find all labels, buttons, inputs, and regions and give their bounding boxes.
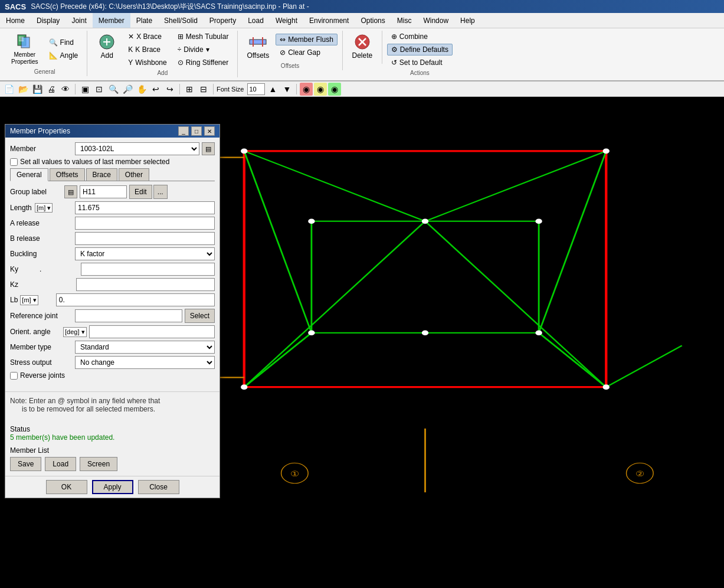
ribbon-btn-delete[interactable]: Delete — [348, 31, 377, 61]
dialog-close-btn[interactable]: ✕ — [204, 126, 215, 136]
menu-misc[interactable]: Misc — [391, 13, 418, 28]
toolbar-open[interactable]: 📂 — [17, 83, 30, 96]
ribbon-btn-member-flush[interactable]: ⇔ Member Flush — [276, 34, 338, 45]
ribbon-btn-x-brace[interactable]: ✕ X Brace — [124, 31, 171, 43]
buckling-dropdown[interactable]: K factor — [75, 247, 215, 260]
toolbar-zoom-out[interactable]: 🔎 — [121, 83, 134, 96]
toolbar-pan[interactable]: ✋ — [135, 83, 148, 96]
svg-point-37 — [422, 218, 428, 224]
dialog-maximize-btn[interactable]: □ — [191, 126, 202, 136]
b-release-input[interactable] — [75, 232, 215, 245]
toolbar-color1[interactable]: ◉ — [300, 83, 313, 96]
menu-member[interactable]: Member — [93, 13, 130, 28]
toolbar-redo[interactable]: ↪ — [163, 83, 176, 96]
reverse-joints-row: Reverse joints — [10, 371, 215, 380]
menu-display[interactable]: Display — [31, 13, 65, 28]
menu-weight[interactable]: Weight — [270, 13, 303, 28]
kz-label: Kz — [10, 280, 40, 289]
toolbar-snap[interactable]: ⊞ — [183, 83, 196, 96]
buckling-row: Buckling K factor — [10, 247, 215, 260]
toolbar-rotate[interactable]: ↩ — [149, 83, 162, 96]
font-size-input[interactable] — [247, 83, 265, 95]
ribbon-btn-divide[interactable]: ÷ Divide ▾ — [173, 44, 233, 55]
tab-brace[interactable]: Brace — [86, 168, 117, 181]
tab-offsets[interactable]: Offsets — [50, 168, 85, 181]
dialog-minimize-btn[interactable]: _ — [178, 126, 189, 136]
toolbar-preview[interactable]: 👁 — [59, 83, 72, 96]
menu-environment[interactable]: Environment — [303, 13, 355, 28]
kz-input[interactable] — [76, 278, 215, 291]
stress-output-dropdown[interactable]: No change — [75, 356, 215, 369]
toolbar-select[interactable]: ▣ — [78, 83, 91, 96]
a-release-input[interactable] — [75, 217, 215, 230]
length-input[interactable] — [75, 201, 215, 214]
toolbar-view-fit[interactable]: ⊡ — [93, 83, 106, 96]
ribbon-btn-angle[interactable]: 📐 Angle — [45, 50, 83, 61]
ribbon-btn-ring-stiffener[interactable]: ⊙ Ring Stiffener — [173, 57, 233, 68]
reverse-joints-checkbox[interactable] — [10, 372, 18, 380]
menu-options[interactable]: Options — [355, 13, 391, 28]
ribbon-btn-mesh-tubular[interactable]: ⊞ Mesh Tubular — [173, 31, 233, 43]
menu-joint[interactable]: Joint — [65, 13, 92, 28]
font-size-up[interactable]: ▲ — [266, 83, 279, 96]
toolbar-print[interactable]: 🖨 — [45, 83, 58, 96]
ribbon-btn-find[interactable]: 🔍 Find — [45, 37, 83, 48]
dots-button[interactable]: ... — [153, 185, 168, 199]
select-button[interactable]: Select — [185, 309, 215, 323]
orient-angle-input[interactable] — [89, 325, 215, 338]
apply-button[interactable]: Apply — [92, 480, 133, 494]
ribbon-btn-define-defaults[interactable]: ⚙ Define Defaults — [387, 44, 453, 55]
menu-plate[interactable]: Plate — [130, 13, 158, 28]
ribbon-btn-offsets[interactable]: Offsets — [243, 31, 273, 61]
menu-property[interactable]: Property — [204, 13, 242, 28]
ky-input[interactable] — [81, 263, 215, 276]
toolbar-color2[interactable]: ◉ — [314, 83, 327, 96]
dialog-controls: _ □ ✕ — [178, 126, 215, 136]
lb-input[interactable] — [56, 293, 215, 306]
lb-unit-select[interactable]: [m] ▾ — [20, 295, 38, 305]
wishbone-icon: Y — [128, 58, 133, 67]
member-type-dropdown[interactable]: Standard — [75, 341, 215, 354]
member-grid-btn[interactable]: ▤ — [202, 142, 215, 155]
toolbar-zoom-in[interactable]: 🔍 — [107, 83, 120, 96]
member-properties-dialog: Member Properties _ □ ✕ Member 1003-102L… — [5, 124, 220, 498]
member-dropdown[interactable]: 1003-102L — [75, 142, 199, 155]
ribbon-btn-set-to-default[interactable]: ↺ Set to Default — [387, 57, 453, 68]
save-button[interactable]: Save — [10, 457, 41, 471]
menu-load[interactable]: Load — [242, 13, 270, 28]
ribbon-btn-wishbone[interactable]: Y Wishbone — [124, 57, 171, 68]
font-size-down[interactable]: ▼ — [280, 83, 293, 96]
menu-help[interactable]: Help — [454, 13, 481, 28]
status-section: Status 5 member(s) have been updated. — [5, 423, 220, 444]
screen-button[interactable]: Screen — [80, 457, 117, 471]
edit-button[interactable]: Edit — [129, 185, 152, 199]
set-all-checkbox-row: Set all values to values of last member … — [10, 158, 215, 166]
close-button[interactable]: Close — [138, 480, 179, 494]
toolbar-new[interactable]: 📄 — [2, 83, 15, 96]
toolbar-save[interactable]: 💾 — [31, 83, 44, 96]
menu-window[interactable]: Window — [417, 13, 454, 28]
group-label-row: Group label ▤ Edit ... — [10, 185, 215, 199]
tab-general[interactable]: General — [10, 168, 48, 181]
ribbon-btn-add[interactable]: Add — [92, 31, 122, 61]
ok-button[interactable]: OK — [46, 480, 87, 494]
menu-shell-solid[interactable]: Shell/Solid — [158, 13, 204, 28]
set-all-label: Set all values to values of last member … — [20, 158, 169, 166]
load-button[interactable]: Load — [45, 457, 76, 471]
menu-home[interactable]: Home — [0, 13, 31, 28]
ribbon-btn-clear-gap[interactable]: ⊘ Clear Gap — [276, 47, 338, 58]
ribbon-btn-combine[interactable]: ⊕ Combine — [387, 31, 453, 43]
reference-joint-input[interactable] — [75, 309, 182, 322]
group-label-input[interactable] — [80, 185, 127, 198]
group-label-icon-btn[interactable]: ▤ — [64, 185, 77, 198]
ribbon-btn-member-properties[interactable]: MemberProperties — [7, 31, 42, 67]
ribbon-btn-k-brace[interactable]: K K Brace — [124, 44, 171, 55]
toolbar-grid[interactable]: ⊟ — [197, 83, 210, 96]
tab-other[interactable]: Other — [119, 168, 149, 181]
toolbar-color3[interactable]: ◉ — [328, 83, 341, 96]
set-all-checkbox[interactable] — [10, 158, 18, 166]
kz-row: Kz — [10, 278, 215, 291]
svg-point-40 — [422, 330, 428, 335]
length-unit-select[interactable]: [m] ▾ — [35, 203, 53, 213]
orient-unit-select[interactable]: [deg] ▾ — [63, 327, 87, 337]
